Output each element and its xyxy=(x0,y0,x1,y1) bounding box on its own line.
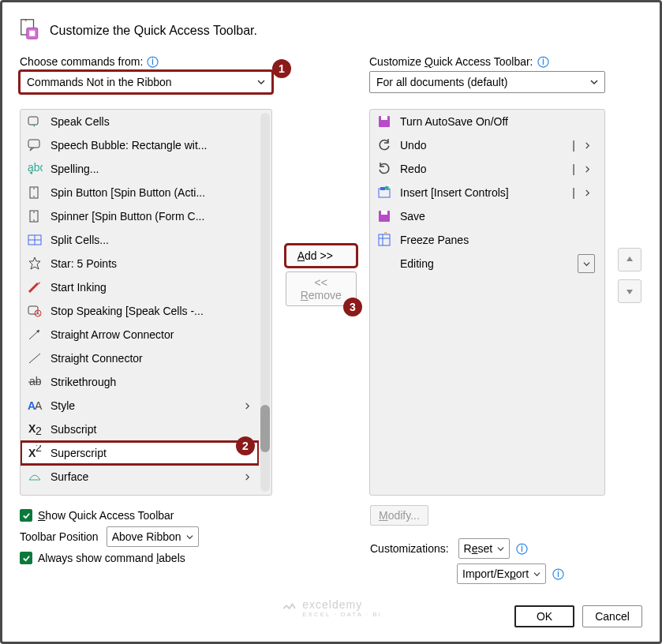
svg-rect-32 xyxy=(380,187,385,190)
list-item[interactable]: Star: 5 Points xyxy=(21,252,259,275)
list-item[interactable]: Straight Arrow Connector xyxy=(21,323,259,346)
add-button[interactable]: Add >> xyxy=(286,245,357,267)
list-item[interactable]: +Insert [Insert Controls]| xyxy=(370,181,601,204)
command-icon: X2 xyxy=(27,421,43,437)
item-label: Freeze Panes xyxy=(400,234,595,246)
reset-label: Reset xyxy=(464,542,493,555)
callout-2: 2 xyxy=(236,436,255,455)
list-item[interactable]: Surface xyxy=(21,465,259,489)
item-label: Undo xyxy=(400,139,563,152)
list-item[interactable]: X2Superscript xyxy=(21,441,259,465)
separator-icon: | xyxy=(571,163,576,175)
commands-listbox[interactable]: Speak CellsSpeech Bubble: Rectangle wit.… xyxy=(20,109,272,496)
import-export-select[interactable]: Import/Export xyxy=(457,564,546,584)
scrollbar[interactable] xyxy=(260,113,270,492)
command-icon xyxy=(27,232,43,248)
customizations-label: Customizations: xyxy=(370,542,449,555)
svg-text:+: + xyxy=(386,185,392,192)
list-item[interactable]: Editing xyxy=(370,252,601,275)
checkbox-checked-icon[interactable] xyxy=(20,509,32,522)
item-label: Start Inking xyxy=(50,281,252,294)
list-item[interactable]: Straight Connector xyxy=(21,346,259,370)
item-label: Spin Button [Spin Button (Acti... xyxy=(50,186,252,199)
item-label: Stop Speaking [Speak Cells -... xyxy=(50,305,252,317)
customize-qat-select[interactable]: For all documents (default) xyxy=(369,71,605,93)
callout-1: 1 xyxy=(272,59,291,78)
command-icon: ab xyxy=(27,374,43,390)
command-icon xyxy=(27,469,43,485)
customizations-row: Customizations: Reset i xyxy=(370,538,642,559)
list-item[interactable]: Speech Bubble: Rectangle wit... xyxy=(21,133,259,157)
customize-qat-label: Customize Quick Access Toolbar: xyxy=(369,55,533,68)
checkbox-checked-icon[interactable] xyxy=(20,552,32,564)
middle-column: Add >> << Remove xyxy=(283,55,358,496)
qat-listbox[interactable]: Turn AutoSave On/OffUndo|Redo|+Insert [I… xyxy=(369,109,605,496)
toolbar-position-select[interactable]: Above Ribbon xyxy=(107,526,199,547)
toolbar-position-value: Above Ribbon xyxy=(112,530,181,543)
bottom-right: Modify... Customizations: Reset i Import… xyxy=(370,505,642,589)
show-qat-label: Show Quick Access Toolbar xyxy=(38,509,174,522)
command-icon xyxy=(27,185,43,200)
item-label: Redo xyxy=(400,163,563,175)
move-down-button[interactable] xyxy=(618,279,641,303)
arrow-column xyxy=(616,55,642,496)
info-icon[interactable]: i xyxy=(516,543,528,555)
info-icon[interactable]: i xyxy=(537,56,549,68)
list-item[interactable]: Redo| xyxy=(370,157,601,181)
footer-buttons: OK Cancel xyxy=(514,605,642,627)
svg-line-17 xyxy=(29,354,40,363)
list-item[interactable]: Undo| xyxy=(370,133,601,157)
svg-text:i: i xyxy=(557,568,559,579)
right-column: Customize Quick Access Toolbar: i For al… xyxy=(369,55,605,496)
list-item[interactable]: Turn AutoSave On/Off xyxy=(370,110,601,133)
list-item[interactable]: Save xyxy=(370,204,601,228)
list-item[interactable]: Stop Speaking [Speak Cells -... xyxy=(21,299,259,323)
ok-button[interactable]: OK xyxy=(514,605,574,627)
command-icon: abc xyxy=(27,161,43,177)
info-icon[interactable]: i xyxy=(552,568,564,580)
info-icon[interactable]: i xyxy=(147,56,159,68)
svg-rect-2 xyxy=(29,31,35,36)
scrollbar-thumb[interactable] xyxy=(260,405,270,452)
watermark: exceldemy EXCEL · DATA · BI xyxy=(280,598,382,618)
separator-icon: | xyxy=(571,139,576,152)
list-item[interactable]: AAStyle xyxy=(21,394,259,417)
dialog-header: Customize the Quick Access Toolbar. xyxy=(20,18,642,43)
list-item[interactable]: Split Cells... xyxy=(21,228,259,252)
show-qat-row[interactable]: Show Quick Access Toolbar xyxy=(20,509,370,522)
list-item[interactable]: X2Subscript xyxy=(21,417,259,441)
list-item[interactable]: Spin Button [Spin Button (Acti... xyxy=(21,181,259,204)
list-item[interactable]: abStrikethrough xyxy=(21,370,259,394)
list-item[interactable]: *Freeze Panes xyxy=(370,228,601,252)
command-icon xyxy=(27,256,43,271)
svg-rect-6 xyxy=(28,140,39,148)
modify-button: Modify... xyxy=(370,505,428,526)
choose-commands-select[interactable]: Commands Not in the Ribbon xyxy=(20,71,272,93)
command-icon xyxy=(27,208,43,224)
svg-rect-5 xyxy=(28,117,38,125)
bottom-left: Show Quick Access Toolbar Toolbar Positi… xyxy=(20,505,370,589)
import-export-row: Import/Export i xyxy=(457,564,642,584)
cancel-button[interactable]: Cancel xyxy=(582,605,642,627)
submenu-chevron-icon xyxy=(584,186,595,199)
customize-qat-label-row: Customize Quick Access Toolbar: i xyxy=(369,55,605,68)
always-show-row[interactable]: Always show command labels xyxy=(20,552,370,564)
item-label: Straight Arrow Connector xyxy=(50,328,252,341)
list-item[interactable]: Start Inking xyxy=(21,275,259,299)
callout-3: 3 xyxy=(343,298,362,316)
list-item[interactable]: abcSpelling... xyxy=(21,157,259,181)
choose-commands-label: Choose commands from: xyxy=(20,55,143,68)
reset-select[interactable]: Reset xyxy=(458,538,511,559)
move-up-button[interactable] xyxy=(618,248,641,271)
command-icon xyxy=(376,161,392,177)
list-item[interactable]: Spinner [Spin Button (Form C... xyxy=(21,204,259,228)
item-label: Superscript xyxy=(50,447,252,459)
bottom-area: Show Quick Access Toolbar Toolbar Positi… xyxy=(20,505,642,589)
svg-text:abc: abc xyxy=(28,161,43,174)
choose-commands-value: Commands Not in the Ribbon xyxy=(27,76,172,88)
list-item[interactable]: Speak Cells xyxy=(21,110,259,133)
svg-text:2: 2 xyxy=(36,425,42,437)
submenu-chevron-icon xyxy=(241,402,252,410)
dropdown-icon[interactable] xyxy=(578,254,595,273)
left-column: Choose commands from: i Commands Not in … xyxy=(20,55,272,496)
